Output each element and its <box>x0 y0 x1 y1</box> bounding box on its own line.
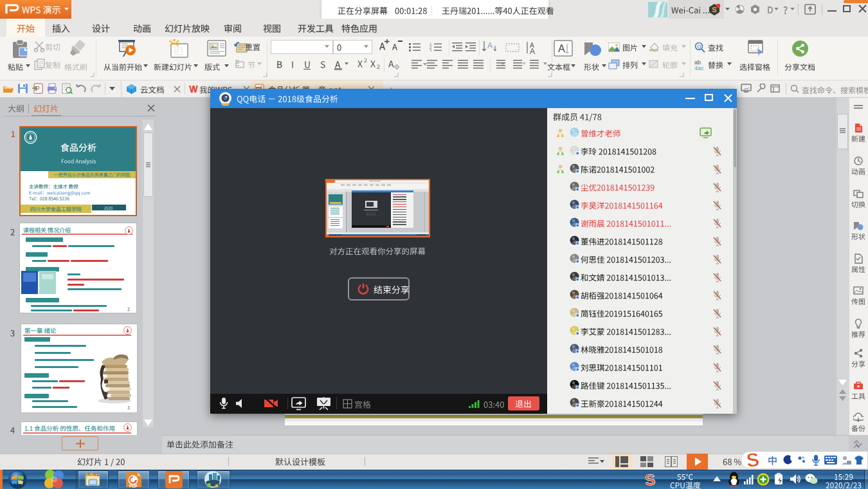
svg-text:S: S <box>712 6 716 14</box>
svg-text:3: 3 <box>429 49 432 51</box>
svg-text:A: A <box>530 47 535 55</box>
svg-text:A: A <box>487 41 493 50</box>
svg-text:4ac: 4ac <box>694 65 704 70</box>
svg-text:S: S <box>644 472 656 487</box>
svg-text:S: S <box>745 451 760 469</box>
svg-text:Q: Q <box>697 44 701 50</box>
svg-text:A: A <box>558 43 565 54</box>
svg-text:PDF: PDF <box>129 484 138 488</box>
